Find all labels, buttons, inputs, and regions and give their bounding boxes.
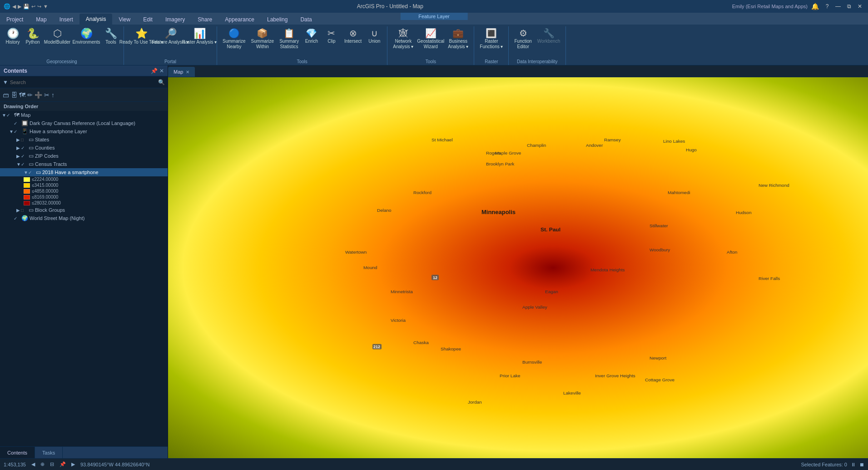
ribbon-group-portal: ⭐ Ready To Use Tools ▾ 🔎 Feature Analysi…: [124, 26, 217, 65]
tab-map[interactable]: Map: [30, 15, 53, 25]
clip-button[interactable]: ✂ Clip: [322, 27, 341, 45]
expand-world-street[interactable]: [9, 216, 14, 221]
tab-edit[interactable]: Edit: [137, 15, 159, 25]
tab-labeling[interactable]: Labeling: [261, 15, 294, 25]
business-analysis-button[interactable]: 💼 BusinessAnalysis ▾: [446, 27, 470, 51]
tab-project[interactable]: Project: [0, 15, 30, 25]
check-states[interactable]: □: [21, 137, 27, 142]
check-block-groups[interactable]: □: [21, 208, 27, 213]
minimize-btn[interactable]: —: [833, 2, 843, 11]
notification-icon[interactable]: 🔔: [811, 3, 819, 10]
check-counties[interactable]: ✓: [21, 145, 27, 150]
enrich-button[interactable]: 💎 Enrich: [303, 27, 321, 45]
layer-item-block-groups[interactable]: ▶ □ ▭ Block Groups: [0, 206, 168, 214]
workbench-button[interactable]: 🔧 Workbench: [536, 27, 562, 45]
function-editor-button[interactable]: ⚙ FunctionEditor: [512, 27, 533, 51]
business-analysis-label: BusinessAnalysis ▾: [448, 39, 468, 50]
layer-item-dark-gray[interactable]: ✓ 🔲 Dark Gray Canvas Reference (Local La…: [0, 119, 168, 127]
remove-btn[interactable]: ✂: [44, 91, 50, 99]
pause-btn[interactable]: ⏸: [851, 462, 856, 467]
tab-insert[interactable]: Insert: [53, 15, 79, 25]
back-btn[interactable]: ◀: [12, 4, 16, 10]
expand-map[interactable]: ▼: [2, 113, 6, 118]
layer-item-2018-smartphone[interactable]: ▼ ✓ ▭ 2018 Have a smartphone: [0, 168, 168, 176]
tab-imagery[interactable]: Imagery: [159, 15, 191, 25]
add-feature-btn[interactable]: 🗺: [19, 91, 25, 99]
python-button[interactable]: 🐍 Python: [24, 27, 42, 46]
environments-button[interactable]: 🌍 Environments: [73, 27, 100, 46]
search-icon[interactable]: 🔍: [158, 79, 165, 85]
nav-btn-zoom-in[interactable]: ⊕: [40, 461, 45, 467]
select-btn[interactable]: ➕: [35, 91, 42, 99]
check-smartphone[interactable]: ✓: [14, 129, 20, 134]
ready-to-use-button[interactable]: ⭐ Ready To Use Tools ▾: [128, 27, 155, 46]
geostatistical-button[interactable]: 📈 GeostatisticalWizard: [417, 27, 444, 51]
map-tab-close[interactable]: ✕: [186, 70, 189, 75]
expand-dark-gray[interactable]: [9, 121, 14, 126]
tab-analysis[interactable]: Analysis: [79, 14, 113, 25]
summarize-within-button[interactable]: 📦 SummarizeWithin: [249, 27, 276, 51]
footer-tab-tasks[interactable]: Tasks: [35, 447, 63, 458]
layer-item-counties[interactable]: ▶ ✓ ▭ Counties: [0, 144, 168, 152]
add-layer-btn[interactable]: 🗃: [3, 91, 9, 99]
move-up-btn[interactable]: ↑: [51, 91, 55, 99]
nav-btn-pin[interactable]: 📌: [60, 461, 66, 467]
union-button[interactable]: ∪ Union: [365, 27, 383, 45]
tab-view[interactable]: View: [112, 15, 137, 25]
feature-layer-tab[interactable]: Feature Layer: [400, 13, 467, 20]
tab-share[interactable]: Share: [191, 15, 218, 25]
layer-item-world-street[interactable]: ✓ 🌍 World Street Map (Night): [0, 214, 168, 222]
add-geodatabase-btn[interactable]: 🗄: [11, 91, 17, 99]
draw-btn[interactable]: ✏: [27, 91, 33, 99]
raster-functions-button[interactable]: 🔳 RasterFunctions ▾: [478, 27, 505, 51]
network-analysis-button[interactable]: 🕸 NetworkAnalysis ▾: [391, 27, 415, 51]
layer-item-smartphone[interactable]: ▼ ✓ 📱 Have a smartphone Layer: [0, 127, 168, 135]
pin-btn[interactable]: 📌: [151, 68, 158, 74]
check-census[interactable]: ✓: [21, 162, 27, 167]
check-world-street[interactable]: ✓: [14, 216, 20, 221]
summary-stats-button[interactable]: 📋 SummaryStatistics: [278, 27, 301, 51]
close-btn[interactable]: ✕: [855, 2, 864, 11]
save-btn[interactable]: 💾: [23, 4, 30, 10]
redo-btn[interactable]: ↪: [37, 4, 41, 10]
nav-btn-back[interactable]: ◀: [31, 461, 35, 467]
expand-states[interactable]: ▶: [16, 137, 21, 142]
nav-btn-forward[interactable]: ▶: [71, 461, 75, 467]
stop-btn[interactable]: ⏹: [859, 462, 864, 467]
more-btn[interactable]: ▼: [43, 4, 48, 9]
nav-btn-zoom-out[interactable]: ⊟: [50, 461, 54, 467]
raster-analysis-button[interactable]: 📊 Raster Analysis ▾: [186, 27, 213, 46]
maximize-btn[interactable]: ⧉: [844, 2, 853, 11]
expand-zip[interactable]: ▶: [16, 154, 21, 159]
search-input[interactable]: [10, 80, 158, 85]
close-panel-btn[interactable]: ✕: [159, 68, 164, 74]
history-button[interactable]: 🕐 History: [4, 27, 22, 46]
expand-census[interactable]: ▼: [16, 162, 21, 167]
help-btn[interactable]: ?: [823, 2, 832, 11]
layer-item-states[interactable]: ▶ □ ▭ States: [0, 135, 168, 144]
layer-item-zip[interactable]: ▶ ✓ ▭ ZIP Codes: [0, 152, 168, 160]
expand-smartphone[interactable]: ▼: [9, 129, 14, 134]
feature-analysis-button[interactable]: 🔎 Feature Analysis ▾: [157, 27, 184, 46]
tab-data[interactable]: Data: [294, 15, 318, 25]
expand-counties[interactable]: ▶: [16, 145, 21, 150]
check-zip[interactable]: ✓: [21, 154, 27, 159]
summarize-nearby-button[interactable]: 🔵 SummarizeNearby: [221, 27, 248, 51]
modelbuilder-button[interactable]: ⬡ ModelBuilder: [44, 27, 71, 46]
layer-item-map[interactable]: ▼ ✓ 🗺 Map: [0, 111, 168, 119]
forward-btn[interactable]: ▶: [18, 4, 21, 10]
legend-item-5: ≤28032.00000: [0, 200, 168, 206]
expand-block-groups[interactable]: ▶: [16, 208, 21, 213]
tab-appearance[interactable]: Appearance: [218, 15, 261, 25]
tools-button[interactable]: 🔧 Tools: [102, 27, 120, 46]
map-canvas[interactable]: Minneapolis St. Paul St Michael Rogers R…: [168, 77, 868, 458]
layer-item-census[interactable]: ▼ ✓ ▭ Census Tracts: [0, 160, 168, 168]
expand-2018[interactable]: ▼: [24, 170, 28, 175]
footer-tab-contents[interactable]: Contents: [0, 447, 35, 458]
check-2018[interactable]: ✓: [28, 170, 35, 175]
check-dark-gray[interactable]: ✓: [14, 121, 20, 126]
undo-btn[interactable]: ↩: [31, 4, 35, 10]
intersect-button[interactable]: ⊗ Intersect: [342, 27, 363, 45]
check-map[interactable]: ✓: [6, 113, 13, 118]
map-tab[interactable]: Map ✕: [168, 67, 195, 77]
